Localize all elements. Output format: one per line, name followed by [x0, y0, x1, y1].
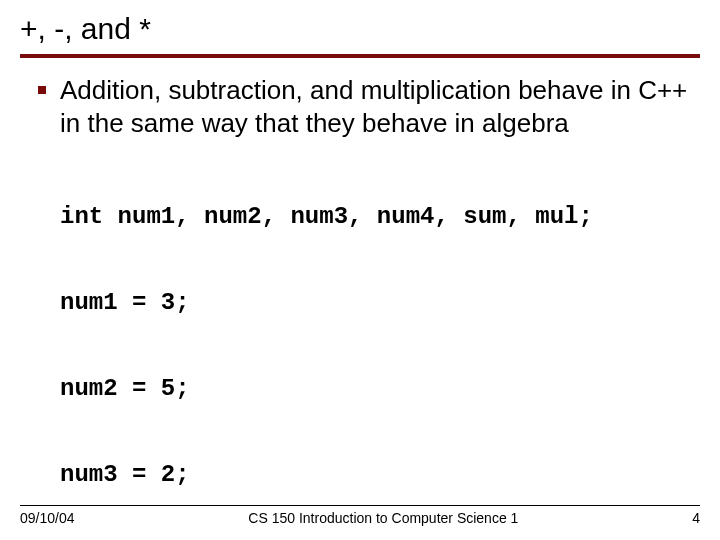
code-block: int num1, num2, num3, num4, sum, mul; nu…	[60, 157, 700, 540]
code-line: num3 = 2;	[60, 463, 700, 487]
footer-page: 4	[692, 510, 700, 526]
slide-footer: 09/10/04 CS 150 Introduction to Computer…	[20, 505, 700, 526]
slide-content: Addition, subtraction, and multiplicatio…	[20, 58, 700, 540]
bullet-item: Addition, subtraction, and multiplicatio…	[38, 74, 700, 139]
footer-rule	[20, 505, 700, 506]
footer-row: 09/10/04 CS 150 Introduction to Computer…	[20, 510, 700, 526]
bullet-icon	[38, 86, 46, 94]
footer-date: 09/10/04	[20, 510, 75, 526]
slide: +, -, and * Addition, subtraction, and m…	[0, 0, 720, 540]
code-line: int num1, num2, num3, num4, sum, mul;	[60, 205, 700, 229]
bullet-text: Addition, subtraction, and multiplicatio…	[60, 74, 700, 139]
code-line: num1 = 3;	[60, 291, 700, 315]
code-line: num2 = 5;	[60, 377, 700, 401]
slide-title: +, -, and *	[20, 8, 700, 58]
footer-course: CS 150 Introduction to Computer Science …	[248, 510, 518, 526]
